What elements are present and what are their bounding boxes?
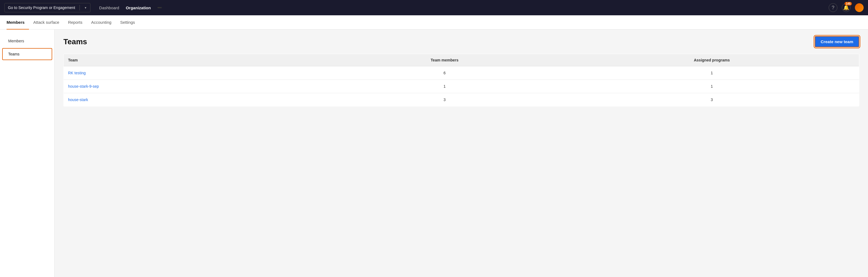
notification-badge: 145 <box>844 2 852 5</box>
teams-table: Team Team members Assigned programs RK t… <box>63 54 859 106</box>
team-members-count-0: 6 <box>324 66 564 80</box>
table-row: house-stark 3 3 <box>64 93 859 106</box>
topbar: Go to Security Program or Engagement ▼ D… <box>0 0 868 15</box>
create-new-team-button[interactable]: Create new team <box>815 36 859 47</box>
go-to-dropdown[interactable]: Go to Security Program or Engagement ▼ <box>4 3 90 12</box>
bell-icon: 🔔 <box>843 5 849 11</box>
assigned-programs-count-2: 3 <box>565 93 859 106</box>
table-body: RK testing 6 1 house-stark-9-sep 1 1 hou… <box>64 66 859 106</box>
table-row: house-stark-9-sep 1 1 <box>64 80 859 93</box>
table-header: Team Team members Assigned programs <box>64 54 859 66</box>
main: Members Teams Teams Create new team Team… <box>0 30 868 277</box>
content: Teams Create new team Team Team members … <box>55 30 868 277</box>
table-row: RK testing 6 1 <box>64 66 859 80</box>
team-link-house-stark[interactable]: house-stark <box>68 97 88 102</box>
sidebar: Members Teams <box>0 30 55 277</box>
col-header-team: Team <box>64 54 325 66</box>
page-title: Teams <box>63 37 87 46</box>
topbar-right: ? 🔔 145 <box>829 3 864 12</box>
secondary-nav-members[interactable]: Members <box>6 15 29 30</box>
col-header-team-members: Team members <box>324 54 564 66</box>
assigned-programs-count-0: 1 <box>565 66 859 80</box>
assigned-programs-count-1: 1 <box>565 80 859 93</box>
sidebar-item-teams[interactable]: Teams <box>2 48 52 60</box>
divider <box>80 5 80 10</box>
go-to-label: Go to Security Program or Engagement <box>8 5 75 10</box>
topbar-nav-organization[interactable]: Organization <box>126 5 151 10</box>
col-header-assigned-programs: Assigned programs <box>565 54 859 66</box>
secondary-nav: Members Attack surface Reports Accountin… <box>0 15 868 30</box>
secondary-nav-accounting[interactable]: Accounting <box>87 15 116 30</box>
avatar[interactable] <box>855 3 864 12</box>
team-members-count-2: 3 <box>324 93 564 106</box>
content-header: Teams Create new team <box>63 36 859 47</box>
sidebar-item-members[interactable]: Members <box>2 35 52 47</box>
team-link-rk-testing[interactable]: RK testing <box>68 71 86 75</box>
secondary-nav-reports[interactable]: Reports <box>64 15 87 30</box>
secondary-nav-settings[interactable]: Settings <box>116 15 140 30</box>
topbar-nav-dashboard[interactable]: Dashboard <box>99 5 119 10</box>
org-tag <box>157 7 162 8</box>
secondary-nav-attack-surface[interactable]: Attack surface <box>29 15 64 30</box>
team-members-count-1: 1 <box>324 80 564 93</box>
help-button[interactable]: ? <box>829 3 837 12</box>
chevron-down-icon: ▼ <box>84 6 87 9</box>
team-link-house-stark-9-sep[interactable]: house-stark-9-sep <box>68 84 99 89</box>
topbar-left: Go to Security Program or Engagement ▼ D… <box>4 3 162 12</box>
notifications-button[interactable]: 🔔 145 <box>842 3 850 12</box>
help-icon: ? <box>832 5 834 11</box>
topbar-nav: Dashboard Organization <box>99 5 162 10</box>
